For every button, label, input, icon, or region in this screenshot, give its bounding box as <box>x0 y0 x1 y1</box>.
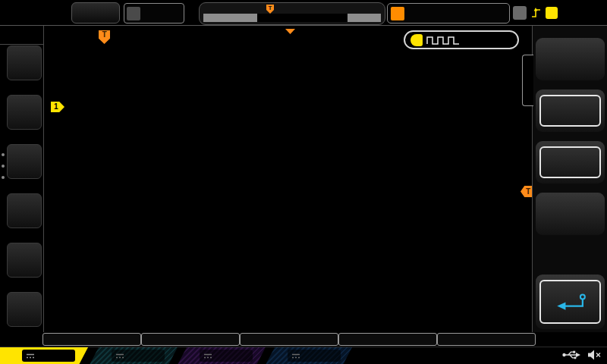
menu-item-vbase[interactable] <box>7 243 42 278</box>
dc-coupling-icon <box>115 353 124 359</box>
return-arrow-icon <box>549 290 592 313</box>
right-menu <box>532 26 607 347</box>
left-menu <box>0 26 44 347</box>
menu-item-vamp[interactable] <box>7 292 42 328</box>
thumbnail-trigger-flag: T <box>266 5 274 14</box>
measurement-min <box>240 333 338 346</box>
trigger-info-box[interactable] <box>513 3 561 22</box>
menu-page-indicator <box>2 153 5 179</box>
square-wave-icon <box>426 36 460 45</box>
channel-4-status[interactable] <box>266 347 352 364</box>
menu-title <box>0 26 43 45</box>
speaker-muted-icon <box>587 350 601 360</box>
channel-1-status[interactable] <box>0 347 88 364</box>
trigger-source-badge <box>546 7 558 19</box>
dc-coupling-icon <box>26 353 35 359</box>
usb-icon <box>561 350 581 360</box>
menu-item-vmax[interactable] <box>7 46 42 81</box>
menu-tab-save <box>522 55 533 106</box>
menu-item-vmin[interactable] <box>7 95 42 130</box>
dc-coupling-icon <box>291 353 300 359</box>
display-window-region <box>257 14 348 22</box>
channel-status-bar <box>0 347 607 364</box>
trigger-label <box>513 6 527 20</box>
frequency-counter <box>404 30 519 49</box>
measurement-freq <box>141 333 240 346</box>
timebase-thumbnail[interactable]: T <box>199 2 385 25</box>
delete-button[interactable] <box>536 193 605 235</box>
delay-label <box>391 7 404 20</box>
menu-item-vtop[interactable] <box>7 193 42 229</box>
measurement-max <box>338 333 437 346</box>
measurement-avg <box>42 333 141 346</box>
top-status-bar: T <box>0 0 607 26</box>
oscilloscope-screen: T 1 T T <box>0 0 607 364</box>
run-state-badge <box>71 2 120 24</box>
trigger-edge-icon <box>530 6 542 20</box>
measurement-base <box>437 333 536 346</box>
new-folder-button[interactable] <box>536 141 605 184</box>
graticule-canvas <box>47 26 532 332</box>
memory-waveform-bar <box>203 14 381 22</box>
delay-box[interactable] <box>387 3 510 24</box>
dc-coupling-icon <box>203 353 212 359</box>
freq-counter-source-badge <box>410 34 423 46</box>
measurement-bar <box>0 332 607 347</box>
channel-3-status[interactable] <box>178 347 266 364</box>
menu-item-vpp[interactable] <box>7 144 42 180</box>
waveform-display: 1 T T <box>47 26 532 332</box>
back-button[interactable] <box>536 275 605 329</box>
horizontal-timebase-box[interactable] <box>124 3 184 24</box>
new-file-button[interactable] <box>536 89 605 132</box>
save-button[interactable] <box>536 38 605 80</box>
channel-2-status[interactable] <box>90 347 178 364</box>
horizontal-label <box>127 7 140 20</box>
